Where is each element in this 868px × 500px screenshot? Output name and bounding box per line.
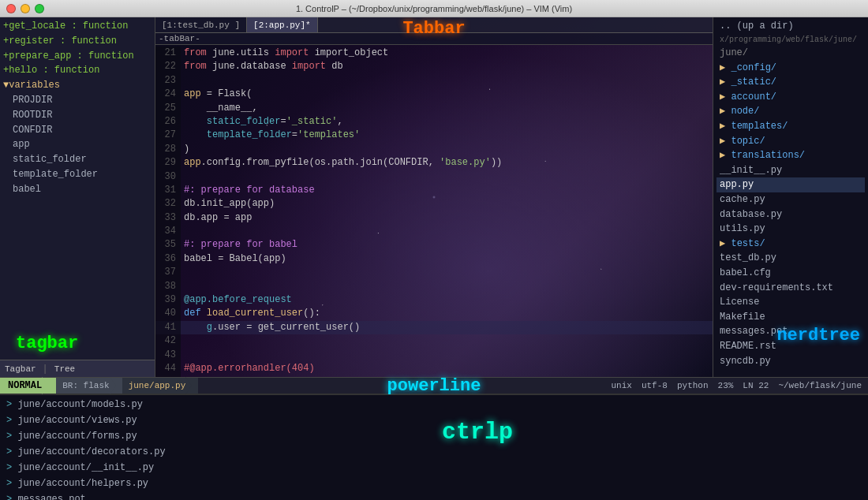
line-number: LN 22 bbox=[743, 381, 769, 390]
list-item[interactable]: > messages.pot bbox=[0, 491, 868, 500]
maximize-button[interactable] bbox=[35, 4, 44, 13]
list-item[interactable]: > june/account/decorators.py bbox=[0, 444, 868, 460]
list-item[interactable]: cache.py bbox=[716, 192, 865, 207]
powerline-right: unix utf-8 python 23% LN 22 ~/web/flask/… bbox=[612, 378, 868, 394]
tagbar-footer: Tagbar | Tree bbox=[0, 360, 155, 377]
table-row: 40 def load_current_user(): bbox=[155, 307, 713, 320]
filetype-indicator: python bbox=[677, 381, 709, 390]
tagbar-tab[interactable]: Tagbar bbox=[5, 364, 36, 374]
ctrlp-list: > june/account/models.py > june/account/… bbox=[0, 395, 868, 500]
list-item[interactable]: ▶ tests/ bbox=[716, 237, 865, 252]
table-row: 28 ) bbox=[155, 143, 713, 156]
list-item[interactable]: ▶ templates/ bbox=[716, 119, 865, 134]
table-row: 42 bbox=[155, 334, 713, 348]
table-row: 41 g.user = get_current_user() bbox=[155, 321, 713, 334]
list-item[interactable]: babel.cfg bbox=[716, 266, 865, 281]
tagbar-label: tagbar bbox=[16, 334, 78, 353]
table-row: 37 bbox=[155, 266, 713, 279]
table-row: 35 #: prepare for babel bbox=[155, 238, 713, 252]
git-branch-indicator: BR: flask bbox=[56, 378, 122, 394]
list-item[interactable]: ▶ account/ bbox=[716, 90, 865, 105]
table-row: 38 bbox=[155, 280, 713, 293]
table-row: 29 app.config.from_pyfile(os.path.join(C… bbox=[155, 156, 713, 170]
list-item[interactable]: > june/account/forms.py bbox=[0, 428, 868, 444]
list-item: static_folder bbox=[0, 152, 155, 167]
list-item[interactable]: +get_locale : function bbox=[0, 19, 155, 34]
ctrlp-panel: > june/account/models.py > june/account/… bbox=[0, 394, 868, 500]
list-item[interactable]: > june/account/__init__.py bbox=[0, 460, 868, 476]
list-item[interactable]: ▶ translations/ bbox=[716, 148, 865, 163]
tree-tab[interactable]: Tree bbox=[54, 364, 75, 374]
list-item[interactable]: app.py bbox=[716, 177, 865, 192]
list-item: PROJDIR bbox=[0, 93, 155, 108]
list-item[interactable]: ▶ node/ bbox=[716, 104, 865, 119]
minimize-button[interactable] bbox=[21, 4, 30, 13]
list-item[interactable]: +register : function bbox=[0, 34, 155, 49]
encoding-utf8: utf-8 bbox=[642, 381, 668, 390]
table-row: 27 template_folder='templates' bbox=[155, 129, 713, 142]
window-title: 1. ControlP – (~/Dropbox/unix/programmin… bbox=[296, 4, 572, 13]
list-item[interactable]: syncdb.py bbox=[716, 354, 865, 369]
list-item: ▼variables bbox=[0, 78, 155, 93]
list-item[interactable]: .. (up a dir) bbox=[716, 19, 865, 34]
table-row: 43 bbox=[155, 349, 713, 362]
list-item[interactable]: > june/account/helpers.py bbox=[0, 476, 868, 491]
tab-app-py[interactable]: [2:app.py]* bbox=[247, 17, 318, 32]
list-item: x/programming/web/flask/june/ bbox=[716, 34, 865, 47]
ctrlp-label: ctrlp bbox=[442, 419, 513, 446]
vim-bar: -tabBar- bbox=[155, 33, 713, 45]
close-button[interactable] bbox=[6, 4, 16, 13]
table-row: 45 #def not_found(error): bbox=[155, 375, 713, 377]
list-item[interactable]: ▶ _config/ bbox=[716, 61, 865, 76]
list-item: babel bbox=[0, 182, 155, 197]
scroll-percent: 23% bbox=[718, 381, 734, 390]
editor-tab-bar: [1:test_db.py ] [2:app.py]* bbox=[155, 17, 713, 33]
list-item[interactable]: dev-requirements.txt bbox=[716, 281, 865, 296]
list-item: CONFDIR bbox=[0, 123, 155, 138]
table-row: 31 #: prepare for database bbox=[155, 184, 713, 197]
list-item[interactable]: ▶ topic/ bbox=[716, 134, 865, 149]
table-row: 44 #@app.errorhandler(404) bbox=[155, 362, 713, 375]
list-item[interactable]: +prepare_app : function bbox=[0, 49, 155, 64]
list-item[interactable]: database.py bbox=[716, 207, 865, 222]
table-row: 34 bbox=[155, 225, 713, 238]
table-row: 30 bbox=[155, 170, 713, 184]
list-item[interactable]: ▶ _static/ bbox=[716, 75, 865, 90]
path-indicator: ~/web/flask/june bbox=[778, 381, 862, 390]
tagbar-content: +get_locale : function +register : funct… bbox=[0, 17, 155, 199]
powerline-bar: NORMAL BR: flask june/app.py powerline u… bbox=[0, 377, 868, 394]
table-row: 39 @app.before_request bbox=[155, 293, 713, 307]
encoding-unix: unix bbox=[612, 381, 632, 390]
table-row: 23 bbox=[155, 74, 713, 88]
list-item[interactable]: License bbox=[716, 295, 865, 310]
editor-panel[interactable]: [1:test_db.py ] [2:app.py]* Tabbar -tabB… bbox=[155, 17, 713, 377]
list-item: ROOTDIR bbox=[0, 108, 155, 123]
table-row: 36 babel = Babel(app) bbox=[155, 252, 713, 266]
nerdtree-label: nerdtree bbox=[776, 326, 860, 345]
window-controls[interactable] bbox=[6, 4, 44, 13]
list-item[interactable]: utils.py bbox=[716, 222, 865, 237]
tab-test-db[interactable]: [1:test_db.py ] bbox=[155, 17, 247, 32]
list-item[interactable]: +hello : function bbox=[0, 63, 155, 78]
table-row: 24 app = Flask( bbox=[155, 88, 713, 101]
table-row: 33 db.app = app bbox=[155, 211, 713, 225]
main-area: +get_locale : function +register : funct… bbox=[0, 17, 868, 377]
powerline-label: powerline bbox=[387, 376, 481, 396]
nerdtree-content: .. (up a dir) x/programming/web/flask/ju… bbox=[713, 17, 868, 370]
list-item[interactable]: > june/account/views.py bbox=[0, 412, 868, 428]
list-item: june/ bbox=[716, 46, 865, 61]
vim-mode-indicator: NORMAL bbox=[0, 378, 56, 394]
list-item[interactable]: > june/account/models.py bbox=[0, 397, 868, 412]
table-row: 26 static_folder='_static', bbox=[155, 115, 713, 129]
filename-indicator: june/app.py bbox=[122, 378, 199, 394]
list-item[interactable]: test_db.py bbox=[716, 251, 865, 266]
table-row: 25 __name__, bbox=[155, 102, 713, 115]
list-item: app bbox=[0, 137, 155, 152]
list-item[interactable]: __init__.py bbox=[716, 163, 865, 178]
editor-content: [1:test_db.py ] [2:app.py]* Tabbar -tabB… bbox=[155, 17, 713, 377]
code-area[interactable]: 21 from june.utils import import_object … bbox=[155, 45, 713, 377]
table-row: 32 db.init_app(app) bbox=[155, 197, 713, 211]
list-item[interactable]: Makefile bbox=[716, 310, 865, 325]
nerdtree-panel: .. (up a dir) x/programming/web/flask/ju… bbox=[713, 17, 868, 377]
titlebar: 1. ControlP – (~/Dropbox/unix/programmin… bbox=[0, 0, 868, 17]
